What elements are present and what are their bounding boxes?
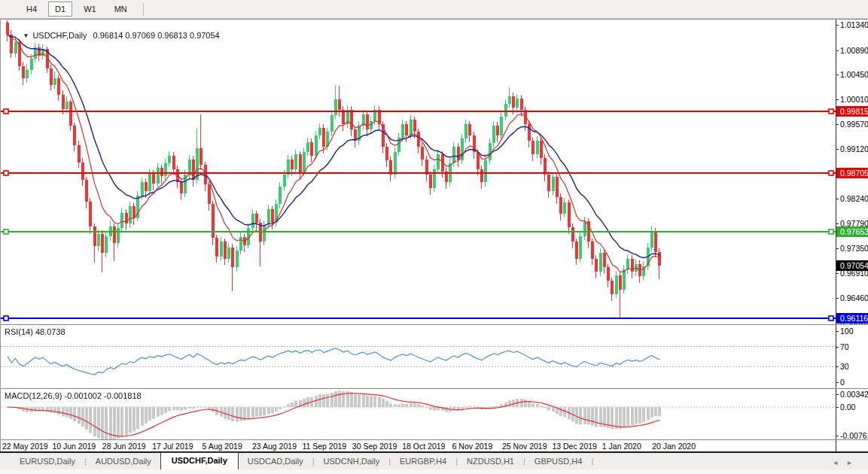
tab-audusd-daily[interactable]: AUDUSD,Daily [87,454,160,469]
price-chart-canvas[interactable] [1,20,836,324]
rsi-tick: 70 [840,342,849,352]
rsi-tick: 30 [840,362,849,372]
price-tick: 1.00010 [840,95,868,105]
axis-divider [836,440,836,451]
price-tick: 1.00450 [840,70,868,80]
chart-title: ▼USDCHF,Daily0.96814 0.97069 0.96813 0.9… [5,22,220,49]
timeframe-toolbar: H4D1W1MN [0,0,868,19]
chart-symbol-label: USDCHF,Daily [32,31,87,40]
tab-eurusd-daily[interactable]: EURUSD,Daily [11,454,84,469]
rsi-tick: 0 [840,378,845,387]
tab-scroll-arrows: ◄► [832,459,860,466]
price-pane: ▼USDCHF,Daily0.96814 0.97069 0.96813 0.9… [1,19,868,324]
chart-window: ▼USDCHF,Daily0.96814 0.97069 0.96813 0.9… [0,19,868,451]
price-level-badge: 0.98705 [836,168,868,178]
chart-ohlc-values: 0.96814 0.97069 0.96813 0.97054 [93,31,220,40]
date-tick: 25 Nov 2019 [502,442,547,451]
price-tick: 1.00890 [840,46,868,56]
price-tick: 1.01340 [840,20,868,30]
tab-eurgbp-h4[interactable]: EURGBP,H4 [391,454,455,469]
rsi-tick: 100 [840,327,854,336]
toolbar-separator [143,3,144,16]
rsi-pane: RSI(14) 48.0738 10070300 [1,324,868,388]
macd-tick: 0.00 [840,403,855,412]
date-tick: 13 Dec 2019 [552,442,597,451]
macd-tick: 0.003428 [840,390,868,400]
timeframe-button-mn[interactable]: MN [108,2,134,17]
tab-usdcnh-daily[interactable]: USDCNH,Daily [315,454,389,469]
toolbar-grip [0,0,20,18]
timeframe-button-d1[interactable]: D1 [48,2,72,17]
price-tick: 0.99570 [840,120,868,129]
bottom-strip [0,469,868,474]
tab-nzdusd-h1[interactable]: NZDUSD,H1 [458,454,523,469]
price-level-badge: 0.97653 [836,226,868,237]
date-tick: 6 Nov 2019 [452,442,493,451]
price-tick: 0.96460 [840,293,868,303]
date-tick: 17 Jul 2019 [152,442,193,451]
date-tick: 28 Jun 2019 [102,442,146,451]
date-tick: 30 Sep 2019 [352,442,397,451]
price-level-badge: 0.96116 [836,313,868,324]
macd-label: MACD(12,26,9) -0.001002 -0.001818 [5,391,142,400]
tabs-scroll-left-icon[interactable]: ◄ [832,459,846,466]
date-axis[interactable]: 22 May 201910 Jun 201928 Jun 201917 Jul … [1,439,868,451]
macd-axis[interactable]: 0.0034280.00-0.007615 [836,389,868,439]
tab-usdcad-daily[interactable]: USDCAD,Daily [239,454,312,469]
timeframe-button-h4[interactable]: H4 [20,2,44,17]
mt4-window: H4D1W1MN ▼USDCHF,Daily0.96814 0.97069 0.… [0,0,868,474]
chart-dropdown-icon[interactable]: ▼ [23,32,29,39]
tab-usdchf-daily[interactable]: USDCHF,Daily [160,452,239,469]
price-tick: 0.97350 [840,244,868,254]
chart-tabs-bar: EURUSD,Daily|AUDUSD,DailyUSDCHF,DailyUSD… [0,451,868,469]
price-tick: 0.99120 [840,144,868,154]
macd-tick: -0.007615 [840,431,868,439]
rsi-label: RSI(14) 48.0738 [5,327,65,336]
rsi-canvas[interactable] [1,325,836,388]
price-level-badge: 0.97054 [836,260,868,271]
tabs-scroll-right-icon[interactable]: ► [846,459,860,466]
date-tick: 22 May 2019 [2,442,48,451]
macd-pane: MACD(12,26,9) -0.001002 -0.001818 0.0034… [1,388,868,439]
rsi-axis[interactable]: 10070300 [836,325,868,388]
date-tick: 20 Jan 2020 [652,442,696,451]
date-tick: 10 Jun 2019 [52,442,96,451]
price-tick: 0.98240 [840,194,868,204]
date-tick: 11 Sep 2019 [302,442,346,451]
price-axis[interactable]: 1.013401.008901.004501.000100.995700.991… [836,20,868,324]
date-tick: 18 Oct 2019 [402,442,445,451]
tab-divider: | [591,457,593,469]
timeframe-button-w1[interactable]: W1 [77,2,103,17]
tab-gbpusd-h4[interactable]: GBPUSD,H4 [525,454,592,469]
date-tick: 23 Aug 2019 [252,442,297,451]
date-tick: 1 Jan 2020 [602,442,641,451]
date-tick: 5 Aug 2019 [203,442,242,451]
price-level-badge: 0.99815 [836,106,868,117]
